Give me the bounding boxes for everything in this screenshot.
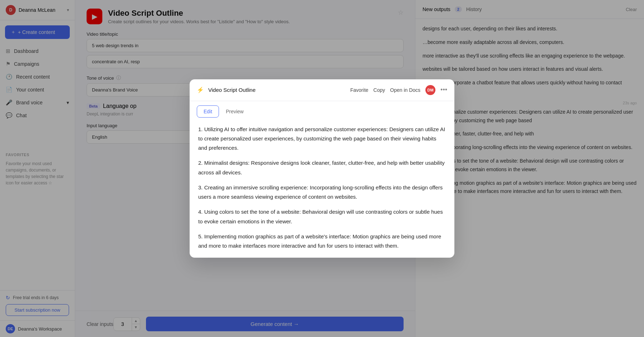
modal-header: ⚡ Video Script Outline Favorite Copy Ope… bbox=[190, 79, 454, 101]
copy-button[interactable]: Copy bbox=[374, 87, 385, 93]
tab-edit[interactable]: Edit bbox=[197, 105, 219, 118]
more-options-button[interactable]: ••• bbox=[440, 86, 447, 94]
tab-preview[interactable]: Preview bbox=[219, 105, 250, 118]
modal-body: 1. Utilizing AI to offer intuitive navig… bbox=[190, 118, 454, 258]
modal: ⚡ Video Script Outline Favorite Copy Ope… bbox=[190, 79, 454, 258]
modal-actions: Favorite Copy Open in Docs DM ••• bbox=[350, 85, 447, 95]
modal-avatar: DM bbox=[425, 85, 435, 95]
modal-tabs: Edit Preview bbox=[190, 101, 454, 118]
modal-content-item: 3. Creating an immersive scrolling exper… bbox=[198, 183, 446, 202]
modal-content-item: 4. Using colors to set the tone of a web… bbox=[198, 207, 446, 226]
modal-content-item: 1. Utilizing AI to offer intuitive navig… bbox=[198, 125, 446, 153]
modal-content-item: 2. Minimalist designs: Responsive design… bbox=[198, 158, 446, 177]
favorite-button[interactable]: Favorite bbox=[350, 87, 369, 93]
modal-content-item: 5. Implementing motion graphics as part … bbox=[198, 232, 446, 251]
modal-title: Video Script Outline bbox=[208, 87, 255, 93]
modal-overlay[interactable]: ⚡ Video Script Outline Favorite Copy Ope… bbox=[0, 0, 644, 337]
open-in-docs-button[interactable]: Open in Docs bbox=[390, 87, 420, 93]
modal-header-icon: ⚡ bbox=[197, 86, 204, 93]
